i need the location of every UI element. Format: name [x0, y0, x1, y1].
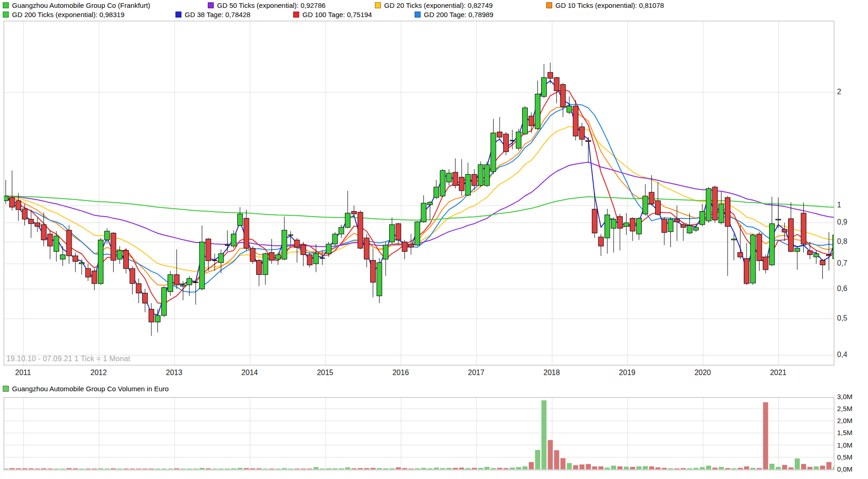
x-axis-year-label: 2015 [317, 369, 333, 377]
volume-axis-label: 3,0M [837, 393, 852, 400]
volume-chart-panel[interactable] [4, 397, 834, 470]
volume-bar-chart[interactable] [4, 398, 834, 470]
volume-legend: Guangzhou Automobile Group Co Volumen in… [3, 385, 169, 393]
legend-item-label: GD 200 Ticks (exponential): 0,98319 [12, 11, 124, 18]
x-axis-year-label: 2013 [166, 369, 182, 377]
x-axis-year-label: 2016 [392, 369, 409, 377]
price-axis-label: 0,6 [837, 285, 847, 293]
volume-marker-icon [3, 386, 9, 392]
legend-item-label: GD 50 Ticks (exponential): 0,92786 [217, 1, 326, 9]
legend-item-label: Guangzhou Automobile Group Co (Frankfurt… [12, 1, 150, 9]
x-axis-year-label: 2019 [619, 369, 636, 377]
legend-item-gd200-ticks: GD 200 Ticks (exponential): 0,98319 [3, 11, 124, 18]
x-axis-year-label: 2017 [468, 369, 485, 377]
volume-legend-label: Guangzhou Automobile Group Co Volumen in… [12, 385, 169, 393]
period-footnote: 19.10.10 - 07.09.21 1 Tick = 1 Monat [6, 355, 130, 363]
legend-item-gd20-ticks: GD 20 Ticks (exponential): 0,82749 [375, 1, 493, 9]
legend-item-label: GD 10 Ticks (exponential): 0,81078 [555, 1, 664, 9]
stock-chart-window: Guangzhou Automobile Group Co (Frankfurt… [0, 0, 868, 479]
volume-axis-label: 2,5M [837, 405, 852, 412]
gd200-tage-marker-icon [415, 12, 421, 18]
gd10-marker-icon [546, 2, 552, 8]
series-marker-icon [3, 2, 9, 8]
price-axis-label: 0,7 [837, 259, 847, 267]
legend-item-label: GD 200 Tage: 0,78989 [424, 11, 494, 18]
volume-axis-label: 0,5M [837, 453, 852, 461]
price-chart-panel[interactable] [4, 21, 834, 365]
legend-item-series: Guangzhou Automobile Group Co (Frankfurt… [3, 1, 150, 9]
x-axis-year-label: 2011 [15, 369, 31, 377]
gd20-marker-icon [375, 2, 381, 8]
price-axis-label: 0,5 [837, 314, 847, 322]
price-axis-label: 1 [837, 201, 841, 209]
gd38-marker-icon [175, 12, 181, 18]
candlestick-chart[interactable] [4, 21, 834, 365]
volume-axis-label: 1,5M [837, 429, 852, 437]
x-axis-year-label: 2018 [543, 369, 560, 377]
price-axis-label: 0,9 [837, 218, 847, 226]
price-axis-label: 0,8 [837, 237, 847, 246]
legend-item-label: GD 38 Tage: 0,78428 [185, 11, 250, 18]
gd200-ticks-marker-icon [3, 12, 9, 18]
gd50-marker-icon [208, 2, 214, 8]
price-axis-label: 2 [837, 88, 841, 96]
volume-axis-label: 0,0M [837, 465, 852, 473]
legend-item-label: GD 20 Ticks (exponential): 0,82749 [384, 1, 493, 9]
legend-item-gd10-ticks: GD 10 Ticks (exponential): 0,81078 [546, 1, 664, 9]
gd100-marker-icon [293, 12, 299, 18]
x-axis-year-label: 2012 [90, 369, 107, 377]
volume-axis-label: 2,0M [837, 417, 852, 424]
legend-item-label: GD 100 Tage: 0,75194 [302, 11, 372, 18]
price-axis-label: 0,4 [837, 351, 847, 359]
legend-item-gd100-tage: GD 100 Tage: 0,75194 [293, 11, 372, 18]
x-axis-year-label: 2021 [770, 369, 787, 377]
x-axis-year-label: 2020 [694, 369, 711, 377]
volume-axis-label: 1,0M [837, 441, 852, 449]
legend-item-gd38-tage: GD 38 Tage: 0,78428 [175, 11, 250, 18]
legend-item-gd50-ticks: GD 50 Ticks (exponential): 0,92786 [208, 1, 326, 9]
x-axis-year-label: 2014 [241, 369, 258, 377]
legend-item-gd200-tage: GD 200 Tage: 0,78989 [415, 11, 494, 18]
